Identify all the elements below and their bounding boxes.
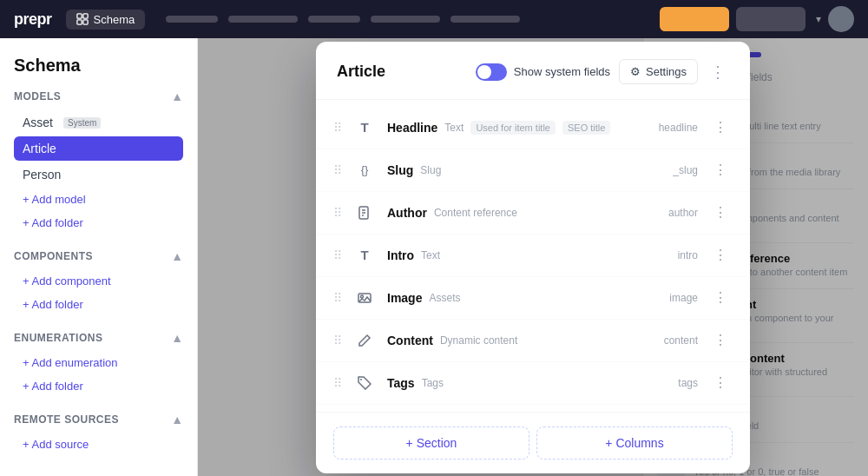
- drag-handle-headline[interactable]: ⠿: [333, 121, 342, 135]
- nav-dot-2: [228, 16, 298, 23]
- drag-handle-image[interactable]: ⠿: [333, 291, 342, 305]
- field-row-tags[interactable]: ⠿ Tags Tags tags ⋮: [316, 362, 750, 405]
- field-type-author: Content reference: [434, 207, 517, 219]
- field-name-author: Author: [387, 206, 427, 220]
- remote-sources-section: Remote sources ▲ + Add source: [14, 413, 183, 457]
- field-info-intro: Intro Text: [387, 248, 667, 262]
- field-menu-button-author[interactable]: ⋮: [708, 202, 733, 222]
- drag-handle-author[interactable]: ⠿: [333, 206, 342, 220]
- components-section: Components ▲ + Add component + Add folde…: [14, 249, 183, 317]
- field-info-slug: Slug Slug: [387, 163, 662, 177]
- drag-handle-content[interactable]: ⠿: [333, 334, 342, 347]
- add-model-button[interactable]: + Add model: [14, 188, 95, 210]
- publish-button[interactable]: [660, 7, 729, 31]
- field-menu-button-content[interactable]: ⋮: [708, 330, 733, 350]
- components-section-header: Components ▲: [14, 249, 183, 263]
- models-toggle-button[interactable]: ▲: [171, 89, 183, 103]
- settings-label: Settings: [646, 65, 687, 78]
- add-folder-component-button[interactable]: + Add folder: [14, 294, 92, 315]
- field-menu-button-tags[interactable]: ⋮: [708, 373, 733, 393]
- sidebar-item-asset[interactable]: Asset System: [14, 110, 183, 135]
- drag-handle-tags[interactable]: ⠿: [333, 376, 342, 390]
- field-info-author: Author Content reference: [387, 206, 658, 220]
- add-columns-button[interactable]: + Columns: [536, 426, 733, 459]
- field-menu-button-headline[interactable]: ⋮: [708, 117, 733, 137]
- article-modal: Article Show system fields ⚙ Settings: [316, 42, 750, 473]
- nav-dot-3: [308, 16, 360, 23]
- nav-dots: [159, 16, 646, 23]
- remote-sources-section-label: Remote sources: [14, 413, 119, 426]
- add-source-button[interactable]: + Add source: [14, 433, 97, 455]
- field-name-content: Content: [387, 334, 433, 347]
- field-api-tags: tags: [678, 377, 698, 389]
- field-api-image: image: [669, 292, 698, 304]
- add-folder-enumeration-button[interactable]: + Add folder: [14, 375, 92, 397]
- sidebar-item-article[interactable]: Article: [14, 136, 183, 161]
- logo: prepr: [14, 10, 52, 29]
- sidebar-item-person-label: Person: [23, 168, 61, 182]
- field-type-headline: Text: [444, 122, 464, 134]
- models-section-header: Models ▲: [14, 89, 183, 103]
- remote-sources-toggle-button[interactable]: ▲: [171, 413, 183, 426]
- enumerations-section: Enumerations ▲ + Add enumeration + Add f…: [14, 331, 183, 399]
- field-menu-button-slug[interactable]: ⋮: [708, 160, 733, 180]
- drag-handle-slug[interactable]: ⠿: [333, 163, 342, 177]
- svg-point-9: [361, 295, 364, 298]
- sidebar: Schema Models ▲ Asset System Article Per…: [0, 38, 198, 476]
- show-system-fields-toggle-container: Show system fields: [476, 63, 610, 81]
- field-menu-button-image[interactable]: ⋮: [708, 288, 733, 307]
- field-name-intro: Intro: [387, 248, 414, 262]
- sidebar-item-asset-badge: System: [63, 117, 101, 129]
- sidebar-item-person[interactable]: Person: [14, 162, 183, 187]
- field-row-author[interactable]: ⠿ Author Content reference author ⋮: [316, 192, 750, 235]
- enumerations-toggle-button[interactable]: ▲: [171, 331, 183, 345]
- field-row-image[interactable]: ⠿ Image Assets image ⋮: [316, 277, 750, 320]
- sidebar-item-article-label: Article: [23, 142, 56, 155]
- field-icon-content: [352, 328, 377, 353]
- nav-dot-4: [371, 16, 440, 23]
- svg-rect-2: [76, 20, 81, 24]
- field-api-headline: headline: [659, 122, 698, 134]
- field-type-intro: Text: [421, 249, 440, 261]
- field-icon-headline: T: [352, 116, 377, 140]
- schema-tab[interactable]: Schema: [66, 10, 146, 30]
- components-toggle-button[interactable]: ▲: [171, 249, 183, 263]
- svg-point-10: [360, 379, 362, 380]
- field-icon-intro: T: [352, 243, 377, 268]
- show-system-fields-toggle[interactable]: [476, 63, 507, 81]
- field-row-headline[interactable]: ⠿ T Headline Text Used for item titleSEO…: [316, 107, 750, 149]
- field-api-author: author: [668, 207, 698, 219]
- right-panel: Article Show system fields ⚙ Settings: [198, 38, 868, 476]
- gear-icon: ⚙: [630, 65, 641, 78]
- field-row-content[interactable]: ⠿ Content Dynamic content content ⋮: [316, 320, 750, 362]
- field-api-intro: intro: [678, 249, 698, 261]
- preview-button[interactable]: [736, 7, 806, 31]
- field-icon-author: [352, 201, 377, 225]
- add-component-button[interactable]: + Add component: [14, 270, 120, 292]
- add-enumeration-button[interactable]: + Add enumeration: [14, 352, 127, 374]
- add-section-button[interactable]: + Section: [333, 426, 529, 459]
- settings-button[interactable]: ⚙ Settings: [619, 59, 698, 84]
- field-info-headline: Headline Text Used for item titleSEO tit…: [387, 121, 648, 135]
- field-name-image: Image: [387, 291, 422, 305]
- svg-rect-1: [82, 14, 87, 18]
- sidebar-title: Schema: [14, 56, 183, 76]
- enumerations-section-header: Enumerations ▲: [14, 331, 183, 345]
- field-row-slug[interactable]: ⠿ {} Slug Slug _slug ⋮: [316, 149, 750, 192]
- svg-rect-3: [82, 20, 87, 24]
- schema-tab-label: Schema: [94, 13, 135, 26]
- field-row-intro[interactable]: ⠿ T Intro Text intro ⋮: [316, 235, 750, 277]
- models-section: Models ▲ Asset System Article Person + A…: [14, 89, 183, 235]
- field-type-tags: Tags: [422, 377, 444, 389]
- svg-rect-0: [76, 14, 81, 18]
- more-options-button[interactable]: ⋮: [707, 59, 729, 85]
- drag-handle-intro[interactable]: ⠿: [333, 248, 342, 262]
- chevron-down-icon: ▾: [816, 13, 821, 25]
- field-icon-tags: [352, 371, 377, 395]
- field-name-headline: Headline: [387, 121, 437, 135]
- field-type-content: Dynamic content: [440, 334, 517, 347]
- avatar[interactable]: [828, 6, 854, 32]
- field-menu-button-intro[interactable]: ⋮: [708, 245, 733, 265]
- add-folder-model-button[interactable]: + Add folder: [14, 212, 92, 234]
- models-section-label: Models: [14, 90, 61, 102]
